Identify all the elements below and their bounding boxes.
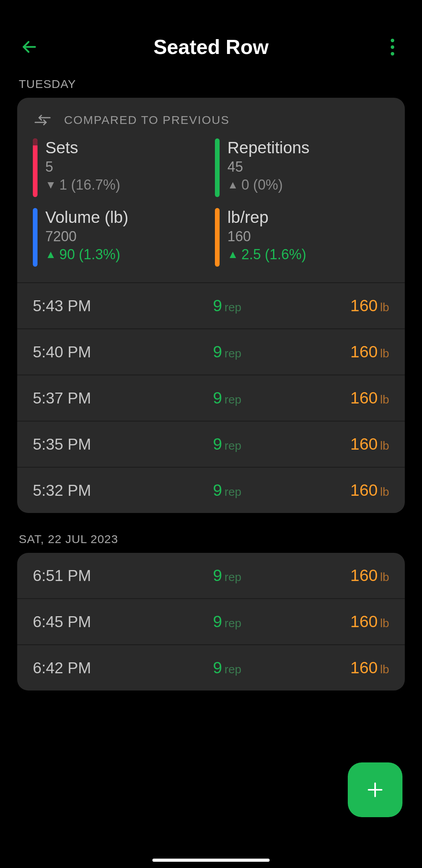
weight-unit: lb	[380, 485, 389, 498]
set-reps: 9rep	[173, 658, 281, 677]
set-reps: 9rep	[173, 296, 281, 315]
day-card: COMPARED TO PREVIOUS Sets 5 ▼ 1 (16.7%) …	[17, 98, 405, 513]
weight-number: 160	[350, 612, 378, 631]
weight-number: 160	[350, 566, 378, 585]
rep-unit: rep	[224, 347, 241, 360]
weight-number: 160	[350, 296, 378, 315]
plus-icon	[365, 780, 385, 800]
weight-number: 160	[350, 481, 378, 499]
compare-header: COMPARED TO PREVIOUS	[17, 98, 405, 138]
rep-unit: rep	[224, 663, 241, 676]
set-row[interactable]: 5:32 PM 9rep 160lb	[17, 467, 405, 513]
stat-value: 5	[45, 159, 120, 175]
stat-color-bar	[33, 138, 38, 197]
set-row[interactable]: 6:42 PM 9rep 160lb	[17, 644, 405, 690]
weight-unit: lb	[380, 663, 389, 676]
stat-block: Volume (lb) 7200 ▲ 90 (1.3%)	[33, 208, 207, 267]
set-weight: 160lb	[281, 389, 389, 407]
rep-unit: rep	[224, 393, 241, 406]
stat-color-bar	[215, 138, 220, 197]
arrow-left-icon	[21, 38, 38, 56]
stat-delta-text: 1 (16.7%)	[59, 177, 120, 193]
set-time: 5:43 PM	[33, 297, 173, 315]
weight-unit: lb	[380, 570, 389, 583]
set-time: 6:45 PM	[33, 613, 173, 631]
set-weight: 160lb	[281, 481, 389, 500]
weight-unit: lb	[380, 617, 389, 629]
set-row[interactable]: 5:35 PM 9rep 160lb	[17, 421, 405, 467]
set-reps: 9rep	[173, 481, 281, 500]
set-time: 6:42 PM	[33, 659, 173, 677]
triangle-up-icon: ▲	[45, 249, 56, 260]
day-label: TUESDAY	[19, 77, 405, 91]
set-row[interactable]: 5:40 PM 9rep 160lb	[17, 328, 405, 375]
stat-title: Repetitions	[227, 138, 309, 157]
rep-number: 9	[213, 296, 222, 315]
stat-color-bar	[215, 208, 220, 267]
stat-value: 45	[227, 159, 309, 175]
rep-number: 9	[213, 566, 222, 585]
weight-number: 160	[350, 435, 378, 453]
triangle-up-icon: ▲	[227, 249, 238, 260]
set-weight: 160lb	[281, 343, 389, 361]
stat-value: 160	[227, 228, 306, 245]
weight-number: 160	[350, 658, 378, 677]
set-weight: 160lb	[281, 612, 389, 631]
set-reps: 9rep	[173, 435, 281, 454]
compare-label: COMPARED TO PREVIOUS	[64, 113, 229, 127]
stat-delta-text: 2.5 (1.6%)	[241, 246, 306, 263]
set-time: 5:37 PM	[33, 389, 173, 407]
back-button[interactable]	[16, 33, 43, 61]
stat-color-bar	[33, 208, 38, 267]
stat-delta: ▲ 90 (1.3%)	[45, 246, 128, 263]
weight-unit: lb	[380, 347, 389, 360]
set-time: 6:51 PM	[33, 567, 173, 585]
more-options-button[interactable]	[379, 33, 406, 61]
rep-unit: rep	[224, 617, 241, 629]
stat-delta: ▲ 0 (0%)	[227, 177, 309, 193]
set-reps: 9rep	[173, 389, 281, 407]
set-time: 5:40 PM	[33, 343, 173, 361]
stats-grid: Sets 5 ▼ 1 (16.7%) Repetitions 45 ▲ 0 (0…	[17, 138, 405, 282]
set-row[interactable]: 5:43 PM 9rep 160lb	[17, 282, 405, 328]
set-reps: 9rep	[173, 343, 281, 361]
rep-number: 9	[213, 658, 222, 677]
add-set-fab[interactable]	[348, 762, 402, 817]
day-label: SAT, 22 JUL 2023	[19, 533, 405, 546]
rep-unit: rep	[224, 485, 241, 498]
set-weight: 160lb	[281, 658, 389, 677]
set-row[interactable]: 6:45 PM 9rep 160lb	[17, 598, 405, 644]
weight-unit: lb	[380, 439, 389, 452]
home-indicator	[152, 859, 270, 862]
page-title: Seated Row	[154, 35, 269, 59]
set-row[interactable]: 5:37 PM 9rep 160lb	[17, 375, 405, 421]
status-bar	[0, 0, 422, 23]
day-card: 6:51 PM 9rep 160lb 6:45 PM 9rep 160lb 6:…	[17, 553, 405, 690]
rep-unit: rep	[224, 570, 241, 583]
content-scroll[interactable]: TUESDAY COMPARED TO PREVIOUS Sets 5 ▼ 1 …	[0, 70, 422, 868]
triangle-down-icon: ▼	[45, 179, 56, 190]
stat-block: Sets 5 ▼ 1 (16.7%)	[33, 138, 207, 197]
rep-unit: rep	[224, 439, 241, 452]
weight-number: 160	[350, 343, 378, 361]
stat-delta-text: 0 (0%)	[241, 177, 283, 193]
rep-number: 9	[213, 389, 222, 407]
set-reps: 9rep	[173, 566, 281, 585]
rep-unit: rep	[224, 301, 241, 314]
stat-delta: ▲ 2.5 (1.6%)	[227, 246, 306, 263]
stat-value: 7200	[45, 228, 128, 245]
stat-delta: ▼ 1 (16.7%)	[45, 177, 120, 193]
set-row[interactable]: 6:51 PM 9rep 160lb	[17, 553, 405, 598]
stat-block: Repetitions 45 ▲ 0 (0%)	[215, 138, 389, 197]
stat-title: Volume (lb)	[45, 208, 128, 227]
set-reps: 9rep	[173, 612, 281, 631]
compare-icon	[33, 113, 52, 127]
stat-block: lb/rep 160 ▲ 2.5 (1.6%)	[215, 208, 389, 267]
set-time: 5:35 PM	[33, 436, 173, 453]
stat-title: lb/rep	[227, 208, 306, 227]
rep-number: 9	[213, 343, 222, 361]
rep-number: 9	[213, 481, 222, 499]
weight-unit: lb	[380, 301, 389, 314]
rep-number: 9	[213, 612, 222, 631]
set-time: 5:32 PM	[33, 482, 173, 499]
